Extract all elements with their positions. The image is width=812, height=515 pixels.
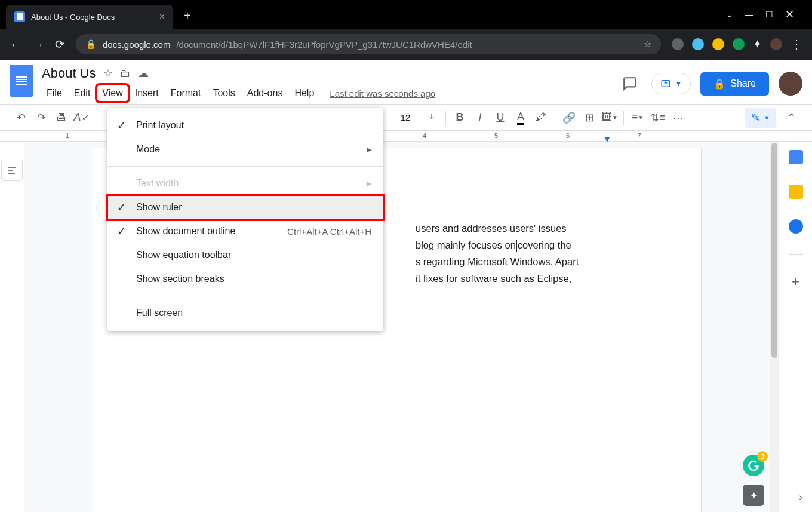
menu-edit[interactable]: Edit	[69, 85, 96, 101]
redo-button[interactable]: ↷	[32, 109, 50, 127]
side-panel-separator	[789, 254, 803, 255]
menu-addons[interactable]: Add-ons	[242, 85, 288, 101]
extensions-puzzle-icon[interactable]: ✦	[753, 38, 762, 51]
window-controls: ⌄ — ☐ ✕	[726, 0, 812, 29]
view-dropdown-menu: ✓ Print layout Mode ▶ Text width ▶ ✓ Sho…	[107, 108, 383, 331]
extension-icons: ✦ ⋮	[672, 37, 802, 51]
doc-text-line: users and addresses users' issues	[416, 223, 567, 234]
lock-icon: 🔒	[85, 39, 97, 50]
lock-icon: 🔒	[713, 78, 725, 90]
scrollbar[interactable]	[770, 142, 779, 512]
account-avatar[interactable]	[779, 72, 802, 96]
share-button[interactable]: 🔒 Share	[700, 72, 769, 96]
doc-text-line: blog mainly focuses on	[416, 240, 516, 250]
collapse-toolbar-button[interactable]: ⌃	[782, 109, 800, 127]
menu-item-show-outline[interactable]: ✓ Show document outline Ctrl+Alt+A Ctrl+…	[107, 219, 383, 243]
insert-link-button[interactable]: 🔗	[560, 109, 578, 127]
side-panel-pager-icon[interactable]: ›	[799, 491, 802, 504]
check-icon: ✓	[117, 201, 126, 214]
keep-icon[interactable]	[789, 185, 803, 199]
menu-help[interactable]: Help	[290, 85, 319, 101]
menu-shortcut: Ctrl+Alt+A Ctrl+Alt+H	[287, 226, 371, 237]
menu-tools[interactable]: Tools	[208, 85, 239, 101]
insert-image-button[interactable]: 🖼▼	[601, 109, 619, 127]
align-button[interactable]: ≡▼	[629, 109, 647, 127]
reload-button[interactable]: ⟳	[55, 37, 65, 51]
line-spacing-button[interactable]: ⇅≡	[649, 109, 667, 127]
chevron-right-icon: ▶	[367, 180, 371, 188]
url-path: /document/d/1bqPW7lF1fHF3r2uPfoprVgPVP_g…	[176, 39, 472, 50]
menu-item-show-equation-toolbar[interactable]: Show equation toolbar	[107, 243, 383, 267]
menu-item-print-layout[interactable]: ✓ Print layout	[107, 114, 383, 137]
insert-comment-button[interactable]: ⊞	[580, 109, 598, 127]
doc-text-line: it fixes for software such as Eclipse,	[416, 273, 571, 284]
ruler-mark: 1	[66, 132, 69, 139]
tasks-icon[interactable]	[789, 219, 803, 234]
menu-file[interactable]: File	[42, 85, 67, 101]
minimize-icon[interactable]: —	[745, 10, 753, 19]
undo-button[interactable]: ↶	[12, 109, 30, 127]
document-title[interactable]: About Us	[42, 66, 96, 81]
new-tab-button[interactable]: +	[184, 9, 191, 23]
ext-icon-4[interactable]	[733, 38, 745, 50]
print-button[interactable]: 🖶	[53, 109, 70, 127]
italic-button[interactable]: I	[471, 109, 489, 127]
grammarly-badge: 3	[757, 451, 768, 462]
bold-button[interactable]: B	[451, 109, 469, 127]
calendar-icon[interactable]	[789, 150, 803, 164]
ext-icon-3[interactable]	[712, 38, 724, 50]
menu-separator	[107, 296, 383, 296]
menu-item-show-section-breaks[interactable]: Show section breaks	[107, 267, 383, 291]
document-outline-button[interactable]	[1, 160, 23, 181]
tab-close-icon[interactable]: ×	[159, 11, 165, 22]
back-button[interactable]: ←	[10, 38, 21, 51]
doc-text-line: s regarding Microsoft Windows. Apart	[416, 256, 579, 267]
tab-favicon-docs-icon	[14, 11, 25, 22]
add-addon-icon[interactable]: +	[789, 275, 803, 289]
last-edit-link[interactable]: Last edit was seconds ago	[330, 88, 435, 99]
ext-icon-1[interactable]	[672, 38, 684, 50]
font-size-plus[interactable]: +	[423, 109, 441, 127]
editing-mode-button[interactable]: ✎ ▼	[745, 108, 776, 128]
check-icon: ✓	[117, 225, 126, 238]
docs-header: About Us ☆ 🗀 ☁ File Edit View Insert For…	[0, 60, 812, 105]
maximize-icon[interactable]: ☐	[765, 10, 773, 19]
cloud-saved-icon[interactable]: ☁	[138, 67, 149, 80]
browser-tab[interactable]: About Us - Google Docs ×	[6, 5, 173, 29]
kebab-menu-icon[interactable]: ⋮	[791, 37, 802, 51]
address-bar[interactable]: 🔒 docs.google.com/document/d/1bqPW7lF1fH…	[76, 34, 661, 54]
menu-insert[interactable]: Insert	[130, 85, 164, 101]
grammarly-icon[interactable]: 3	[743, 455, 764, 476]
close-window-icon[interactable]: ✕	[785, 8, 794, 21]
bookmark-star-icon[interactable]: ☆	[644, 39, 651, 50]
underline-button[interactable]: U	[491, 109, 509, 127]
forward-button[interactable]: →	[32, 38, 44, 51]
move-folder-icon[interactable]: 🗀	[120, 68, 131, 80]
menu-item-show-ruler[interactable]: ✓ Show ruler	[107, 195, 383, 219]
text-color-button[interactable]: A	[512, 109, 530, 127]
profile-avatar-icon[interactable]	[770, 38, 782, 50]
spellcheck-button[interactable]: A✓	[73, 109, 91, 127]
check-icon: ✓	[117, 119, 126, 132]
ruler-mark: 7	[638, 132, 641, 139]
ext-icon-2[interactable]	[692, 38, 704, 50]
more-tools-button[interactable]: ⋯	[669, 109, 687, 127]
scroll-thumb[interactable]	[771, 143, 777, 358]
docs-logo-icon[interactable]	[10, 65, 33, 97]
menu-item-text-width: Text width ▶	[107, 171, 383, 195]
menu-view[interactable]: View	[97, 85, 127, 101]
explore-button[interactable]: ✦	[743, 485, 764, 506]
highlight-button[interactable]: 🖍	[532, 109, 550, 127]
share-label: Share	[730, 78, 756, 89]
menu-item-full-screen[interactable]: Full screen	[107, 301, 383, 325]
font-size-input[interactable]	[390, 112, 420, 122]
present-button[interactable]: ▼	[651, 73, 691, 94]
comments-icon[interactable]	[618, 72, 642, 96]
chevron-down-icon[interactable]: ⌄	[726, 10, 733, 19]
menu-item-mode[interactable]: Mode ▶	[107, 137, 383, 161]
star-icon[interactable]: ☆	[103, 67, 113, 80]
browser-chrome: About Us - Google Docs × + ⌄ — ☐ ✕ ← → ⟳…	[0, 0, 812, 60]
menu-bar: File Edit View Insert Format Tools Add-o…	[42, 82, 618, 104]
ruler-mark: 6	[566, 132, 570, 139]
menu-format[interactable]: Format	[166, 85, 206, 101]
